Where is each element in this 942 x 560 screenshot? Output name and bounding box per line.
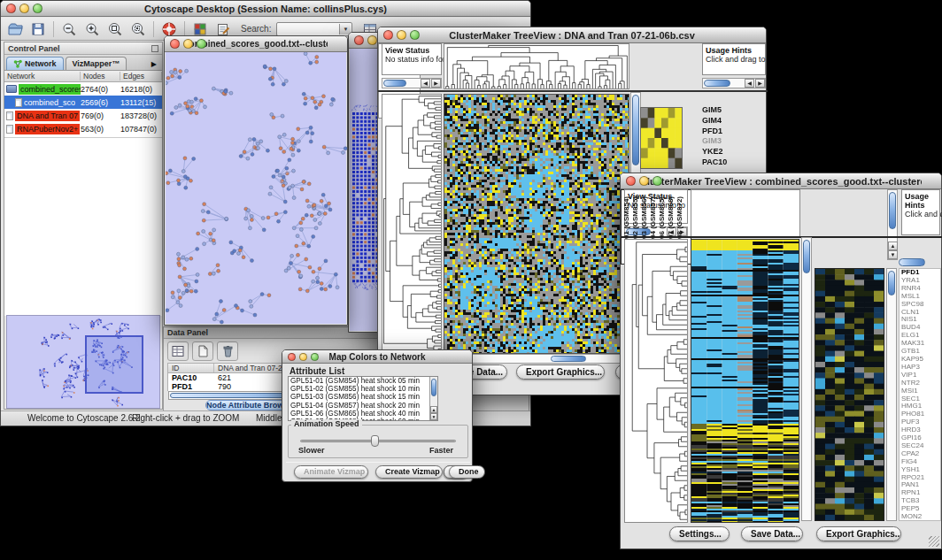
main-title-bar[interactable]: Cytoscape Desktop (Session Name: collins… [1,1,530,17]
minimize-button[interactable] [639,176,649,186]
treeview-button[interactable]: Export Graphics... [816,526,901,541]
zoom-row-label[interactable]: YKE2 [702,147,743,157]
minimize-button[interactable] [367,35,377,45]
labels-horizontal-scrollbar[interactable] [899,258,925,266]
maximize-button[interactable] [652,176,662,186]
network-row[interactable]: DNA and Tran 07 769(0) 183728(0) [4,109,162,122]
open-session-button[interactable] [4,19,26,39]
tab-vizmapper-label: VizMapper™ [73,59,120,68]
zoom-heatmap-canvas[interactable] [815,269,884,520]
done-button[interactable]: Done [449,465,485,479]
scrollbar-thumb[interactable] [431,379,436,396]
network-table-column-header[interactable]: Edges [120,72,162,81]
global-heatmap[interactable] [444,94,629,354]
usage-hints-scrollbar[interactable]: ◀▶ [702,78,766,88]
network-canvas[interactable] [166,52,348,325]
network-row[interactable]: RNAPuberNov2+ 563(0) 107847(0) [4,122,162,135]
save-session-button[interactable] [27,19,49,39]
select-attributes-button[interactable] [167,341,189,361]
scrollbar-thumb[interactable] [704,80,730,87]
gene-dendrogram-panel[interactable] [382,94,442,354]
global-heatmap-canvas[interactable] [444,95,629,353]
zoom-vertical-scrollbar[interactable] [886,268,897,521]
attribute-column-header[interactable]: ID [168,364,214,372]
tab-network[interactable]: Network [6,57,64,70]
attribute-list-item[interactable]: GPL51-01 (GSM854) heat shock 05 min [289,377,437,385]
maximize-button[interactable] [197,39,206,49]
attribute-list-item[interactable]: GPL51-03 (GSM856) heat shock 15 min [289,393,437,401]
gene-dendrogram-canvas[interactable] [382,95,441,353]
attribute-list-item[interactable]: GPL51-06 (GSM865) heat shock 40 min [289,410,437,418]
treeview-button[interactable]: Settings... [669,526,730,541]
attribute-list[interactable]: GPL51-01 (GSM854) heat shock 05 minGPL51… [288,376,438,421]
attribute-list-item[interactable]: GPL51-04 (GSM857) heat shock 20 min [289,402,437,410]
zoom-heatmap[interactable] [640,107,683,169]
close-button[interactable] [6,4,16,13]
treeview-button[interactable]: Save Data... [741,526,803,541]
zoom-row-label[interactable]: PAC10 [702,157,743,168]
zoom-out-button[interactable] [58,19,80,39]
dialog-title-bar[interactable]: Map Colors to Network [282,350,472,364]
window-controls [626,176,662,186]
array-dendrogram-panel[interactable] [691,189,800,237]
delete-attribute-button[interactable] [217,341,238,361]
resize-grip[interactable] [929,536,939,547]
scrollbar-thumb[interactable] [632,95,639,165]
close-button[interactable] [170,39,180,49]
close-button[interactable] [626,176,636,186]
search-input[interactable]: ▼ [276,22,352,36]
treeview2-title-bar[interactable]: ClusterMaker TreeView : combined_scores_… [621,173,941,189]
create-vizmap-button[interactable]: Create Vizmap [375,465,443,479]
gene-label[interactable]: MON2 [900,513,940,521]
new-attribute-button[interactable] [192,341,213,361]
zoom-heatmap[interactable] [815,268,884,521]
network-table-column-header[interactable]: Nodes [81,72,120,81]
zoom-row-label[interactable]: GIM5 [702,105,743,116]
minimize-button[interactable] [299,353,307,361]
network-row[interactable]: combined_scores 2764(0) 16218(0) [4,82,162,96]
scrollbar-thumb[interactable] [551,356,586,362]
global-heatmap[interactable] [691,239,799,523]
animate-vizmap-button[interactable]: Animate Vizmap [294,465,368,479]
network-window-title-bar[interactable]: combined_scores_good.txt--cluste... [165,36,347,52]
minimize-button[interactable] [183,39,193,49]
treeview1-title-bar[interactable]: ClusterMaker TreeView : DNA and Tran 07-… [378,27,766,43]
usage-hints-title: Usage Hints [902,190,939,210]
attribute-list-scrollbar[interactable]: ▲▼ [429,377,437,420]
network-view[interactable] [166,52,346,324]
close-button[interactable] [383,30,393,40]
maximize-button[interactable] [33,4,42,13]
minimize-button[interactable] [397,30,406,40]
array-dendrogram-panel[interactable] [444,43,629,89]
zoom-row-label[interactable]: GIM3 [702,136,743,147]
maximize-button[interactable] [410,30,420,40]
scrollbar-thumb[interactable] [889,192,896,229]
float-panel-icon[interactable] [151,45,158,52]
tab-vizmapper[interactable]: VizMapper™ [66,57,127,70]
overview-viewport[interactable] [85,335,143,394]
network-overview[interactable] [6,315,160,409]
zoom-heatmap-canvas[interactable] [641,108,682,168]
gene-dendrogram-panel[interactable] [624,239,688,523]
zoom-in-button[interactable] [81,19,103,39]
heatmap-vertical-scrollbar[interactable] [801,237,812,521]
network-row[interactable]: combined_sco 2569(6) 13112(15) [4,96,162,109]
scrollbar-thumb[interactable] [803,240,810,273]
maximize-button[interactable] [311,353,319,361]
attribute-list-item[interactable]: GPL51-02 (GSM855) heat shock 10 min [289,385,437,393]
minimize-button[interactable] [19,4,29,13]
zoom-row-label[interactable]: GIM4 [702,116,743,127]
global-heatmap-canvas[interactable] [691,240,799,522]
close-button[interactable] [354,35,364,45]
network-table-column-header[interactable]: Network [4,72,81,81]
array-dendrogram-canvas[interactable] [444,44,629,88]
tab-overflow-arrow[interactable]: ▶ [151,60,160,70]
scrollbar-thumb[interactable] [888,271,895,295]
zoom-row-label[interactable]: PFD1 [702,127,743,137]
zoom-selected-button[interactable] [127,19,149,39]
close-button[interactable] [288,353,296,361]
gene-dendrogram-canvas[interactable] [625,240,687,522]
zoom-fit-button[interactable] [104,19,126,39]
speed-slider-thumb[interactable] [371,435,379,447]
treeview-button[interactable]: Export Graphics... [516,364,605,380]
